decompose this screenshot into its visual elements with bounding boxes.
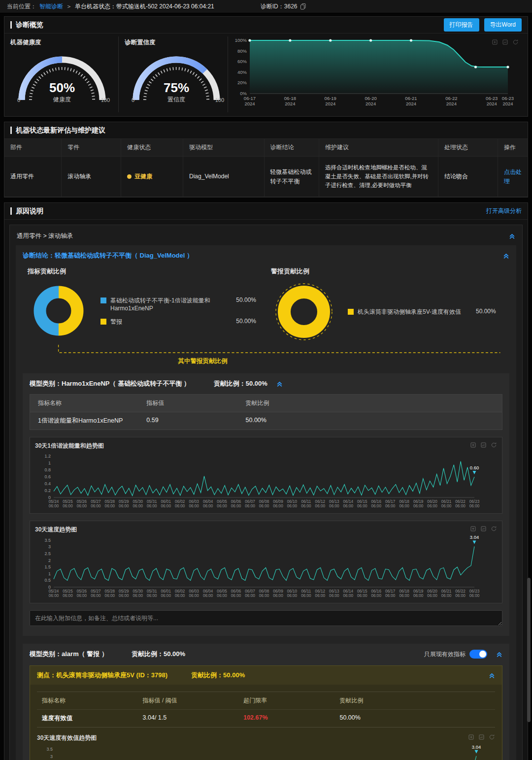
- svg-text:05/30: 05/30: [133, 499, 143, 504]
- page-scrollbar[interactable]: [527, 0, 531, 760]
- column-header: 贡献比例: [238, 395, 502, 412]
- chart-save-icon[interactable]: [478, 733, 485, 742]
- chart-toolbox[interactable]: [470, 525, 497, 534]
- svg-text:06-23: 06-23: [502, 96, 514, 101]
- svg-text:06/01: 06/01: [161, 499, 171, 504]
- svg-text:06:00: 06:00: [77, 504, 87, 508]
- copy-icon[interactable]: [300, 3, 306, 10]
- svg-text:06:00: 06:00: [469, 504, 480, 508]
- legend-item[interactable]: 基础松动或转子不平衡-1倍谐波能量和Harmo1xEneNP50.00%: [100, 297, 256, 312]
- svg-text:06:00: 06:00: [63, 504, 73, 508]
- svg-text:1: 1: [48, 461, 51, 466]
- harmonic-trend-chart[interactable]: 1.210.80.60.40.2005/2406:0005/2506:0005/…: [35, 451, 504, 510]
- chart-restore-icon[interactable]: [492, 38, 498, 47]
- svg-text:06/16: 06/16: [371, 499, 381, 504]
- svg-text:06/06: 06/06: [231, 499, 241, 504]
- svg-text:05/28: 05/28: [105, 499, 115, 504]
- svg-text:06/15: 06/15: [357, 499, 367, 504]
- svg-text:05/24: 05/24: [49, 589, 59, 594]
- handle-link[interactable]: 点击处理: [498, 157, 528, 197]
- model1-header: 模型类别：Harmo1xEneNP（ 基础松动或转子不平衡 ）: [30, 379, 190, 388]
- indicator-name: 1倍谐波能量和Harmo1xEneNP: [30, 412, 138, 430]
- chart-refresh-icon[interactable]: [491, 441, 497, 450]
- velocity-trend-chart[interactable]: 3.532.521.510.5005/2406:0005/2506:0005/2…: [35, 535, 504, 600]
- svg-text:06/07: 06/07: [245, 589, 255, 594]
- svg-text:06:00: 06:00: [287, 594, 298, 598]
- svg-text:2024: 2024: [325, 101, 335, 106]
- svg-text:3.5: 3.5: [46, 747, 53, 752]
- table-row: 速度有效值 3.04/ 1.5 102.67% 50.00%: [37, 709, 495, 727]
- legend-label: 机头滚筒非驱动侧轴承座5V-速度有效值: [358, 308, 461, 316]
- legend-item[interactable]: 警报50.00%: [100, 318, 256, 326]
- confidence-gauge-caption: 置信度: [125, 96, 228, 104]
- svg-text:06:00: 06:00: [329, 504, 339, 508]
- column-header: 贡献比例: [334, 692, 495, 709]
- chart-toolbox[interactable]: [470, 441, 497, 450]
- svg-text:06:00: 06:00: [91, 504, 101, 508]
- svg-text:06-20: 06-20: [365, 96, 376, 101]
- export-word-button[interactable]: 导出Word: [484, 18, 522, 32]
- svg-text:05/25: 05/25: [63, 589, 73, 594]
- svg-text:06:00: 06:00: [147, 594, 157, 598]
- svg-text:06/19: 06/19: [413, 499, 424, 504]
- breadcrumb-link-diagnosis[interactable]: 智能诊断: [39, 2, 63, 11]
- diagnosis-id: 诊断ID：3626: [261, 2, 298, 11]
- advanced-analysis-link[interactable]: 打开高级分析: [486, 207, 522, 215]
- chart-title: 30天速度有效值趋势图: [37, 734, 97, 742]
- svg-text:06/12: 06/12: [315, 589, 326, 594]
- collapse-icon[interactable]: [503, 253, 509, 259]
- collapse-icon[interactable]: [276, 381, 283, 387]
- legend-item[interactable]: 机头滚筒非驱动侧轴承座5V-速度有效值50.00%: [348, 308, 496, 316]
- collapse-icon[interactable]: [509, 233, 515, 239]
- velocity-rms-trend-block: 30天速度有效值趋势图 3.532.521.510.5005/2406:0005…: [37, 731, 495, 760]
- conclusion-cell: 轻微基础松动或转子不平衡: [265, 157, 319, 197]
- svg-text:06:00: 06:00: [441, 594, 452, 598]
- valid-indicators-toggle[interactable]: [469, 650, 487, 659]
- toggle-label: 只展现有效指标: [424, 650, 466, 659]
- health-trend-chart[interactable]: 100%80%60%40%20%0%06-17202406-18202406-1…: [228, 36, 522, 112]
- svg-text:2024: 2024: [487, 101, 497, 106]
- svg-text:3: 3: [50, 755, 53, 760]
- alarm-donut-legend: 机头滚筒非驱动侧轴承座5V-速度有效值50.00%: [348, 308, 496, 316]
- svg-text:06/06: 06/06: [231, 589, 241, 594]
- svg-text:20%: 20%: [237, 80, 247, 85]
- indicator-donut-chart[interactable]: [30, 282, 88, 340]
- legend-label: 基础松动或转子不平衡-1倍谐波能量和Harmo1xEneNP: [110, 297, 216, 312]
- velocity-rms-trend-chart[interactable]: 3.532.521.510.5005/2406:0005/2506:0005/2…: [37, 743, 506, 760]
- health-gauge: 机器健康度 50% 健康度 0 100: [10, 36, 118, 112]
- svg-text:06:00: 06:00: [133, 504, 143, 508]
- collapse-icon[interactable]: [489, 672, 495, 679]
- status-dot: [127, 174, 132, 179]
- print-report-button[interactable]: 打印报告: [444, 18, 479, 32]
- svg-text:06/16: 06/16: [371, 589, 381, 594]
- chart-toolbox[interactable]: [492, 38, 519, 47]
- chart-toolbox[interactable]: [468, 733, 495, 742]
- alarm-donut-chart[interactable]: [273, 282, 335, 342]
- svg-text:2024: 2024: [285, 101, 295, 106]
- part-breadcrumb: 通用零件 > 滚动轴承: [17, 232, 73, 240]
- svg-text:06/18: 06/18: [399, 589, 409, 594]
- chart-refresh-icon[interactable]: [512, 38, 519, 47]
- svg-text:2024: 2024: [366, 101, 376, 106]
- chart-save-icon[interactable]: [480, 525, 487, 534]
- svg-text:0.60: 0.60: [470, 465, 479, 471]
- svg-text:06:00: 06:00: [175, 504, 185, 508]
- chart-restore-icon[interactable]: [470, 525, 476, 534]
- chart-save-icon[interactable]: [480, 441, 487, 450]
- svg-text:06/14: 06/14: [343, 499, 354, 504]
- chart-save-icon[interactable]: [502, 38, 508, 47]
- machine-status-text: 单台机器状态：带式输送机-502 2024-06-23 06:04:21: [75, 2, 214, 11]
- column-header: 指标名称: [37, 692, 138, 709]
- cause-panel: 原因说明 打开高级分析 通用零件 > 滚动轴承 诊断结论：轻微基础松动或转子不平…: [4, 202, 528, 760]
- svg-text:06/13: 06/13: [329, 499, 339, 504]
- scrollbar-thumb[interactable]: [527, 578, 531, 722]
- chart-refresh-icon[interactable]: [491, 525, 497, 534]
- chart-refresh-icon[interactable]: [489, 733, 495, 742]
- svg-text:0.2: 0.2: [44, 488, 51, 493]
- model1-note-input[interactable]: [30, 610, 502, 626]
- svg-text:06:00: 06:00: [161, 504, 171, 508]
- svg-text:06/13: 06/13: [329, 589, 339, 594]
- chart-restore-icon[interactable]: [468, 733, 474, 742]
- collapse-icon[interactable]: [496, 651, 502, 658]
- chart-restore-icon[interactable]: [470, 441, 476, 450]
